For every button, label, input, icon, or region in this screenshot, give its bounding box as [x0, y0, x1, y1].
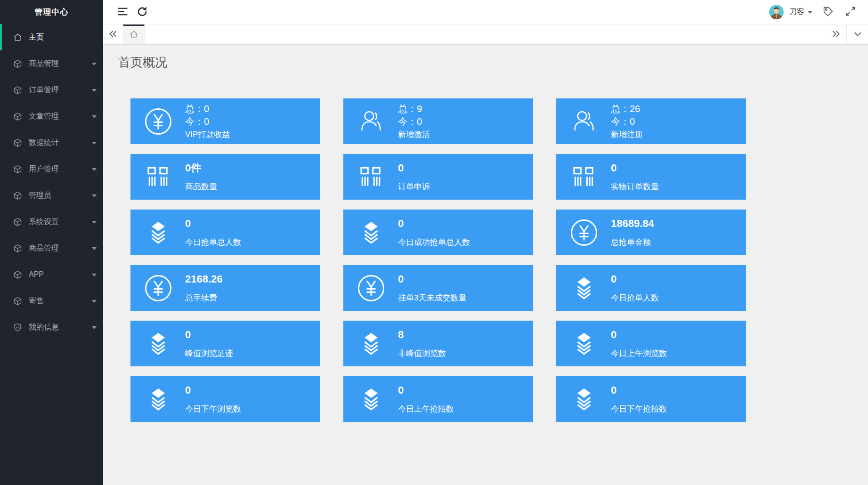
sidebar-item-home[interactable]: 主页	[0, 24, 103, 50]
tab-home[interactable]	[123, 24, 145, 44]
sidebar-item-consignment[interactable]: 寄售	[0, 288, 103, 314]
stat-card-label: 订单申诉	[398, 182, 430, 192]
stat-card-value: 0	[398, 162, 430, 174]
stat-card-label: 峰值浏览足迹	[185, 348, 233, 359]
collapse-menu-button[interactable]	[113, 2, 132, 22]
sidebar-item-administrator[interactable]: 管理员	[0, 182, 103, 209]
sidebar-item-user-management[interactable]: 用户管理	[0, 156, 103, 182]
sidebar-item-my-info[interactable]: 我的信息	[0, 314, 103, 340]
stat-card-8: 18689.84总抢单金额	[556, 210, 746, 255]
app-title: 管理中心	[0, 0, 103, 24]
grid-icon	[568, 166, 600, 187]
stat-card-value: 0	[398, 218, 470, 230]
stat-card-6: 0今日抢单总人数	[130, 210, 320, 255]
double-chevron-right-icon	[831, 29, 841, 40]
stat-card-14: 0今日上午浏览数	[556, 321, 746, 366]
stat-card-value-line: 总：0	[185, 103, 230, 115]
stat-card-body: 0实物订单数量	[611, 162, 659, 192]
cube-icon	[13, 59, 22, 68]
stat-card-body: 0今日上午浏览数	[611, 329, 667, 359]
chevron-down-icon	[92, 142, 97, 145]
sidebar-item-label: 文章管理	[29, 112, 59, 121]
tabs-scroll-left-button[interactable]	[103, 24, 123, 44]
topbar-left	[103, 2, 152, 22]
refresh-button[interactable]	[132, 2, 152, 22]
sidebar-item-order-management[interactable]: 订单管理	[0, 77, 103, 103]
cube-icon	[13, 296, 22, 306]
stat-cards-grid: 总：0今：0VIP打款收益总：9今：0新增激活总：26今：0新增注册0件商品数量…	[130, 98, 868, 422]
stat-card-label: 今日成功抢单总人数	[398, 237, 470, 248]
user-menu[interactable]: 刀客	[787, 7, 815, 17]
stat-card-body: 2168.26总手续费	[185, 273, 223, 303]
tabs-scroll-right-button[interactable]	[825, 24, 846, 44]
stat-card-value: 0	[611, 384, 667, 396]
tabbar	[103, 24, 868, 45]
stat-card-value-line: 总：26	[611, 103, 643, 115]
stat-card-value-line: 总：9	[398, 103, 430, 115]
sidebar-item-label: APP	[29, 270, 44, 279]
stat-card-label: 非峰值浏览数	[398, 348, 446, 359]
collapse-menu-icon	[117, 6, 129, 19]
stat-card-16: 0今日上午抢拍数	[343, 376, 533, 422]
tag-button[interactable]	[818, 2, 838, 22]
stat-card-label: 实物订单数量	[611, 182, 659, 192]
layers-icon	[356, 221, 387, 244]
stat-card-body: 8非峰值浏览数	[398, 329, 446, 359]
stat-card-body: 0件商品数量	[185, 162, 217, 192]
stat-card-4: 0订单申诉	[343, 154, 533, 200]
user-icon	[356, 109, 387, 134]
stat-card-value: 0件	[185, 162, 217, 174]
user-icon	[568, 109, 600, 134]
yen-icon	[356, 275, 387, 302]
sidebar-item-article-management[interactable]: 文章管理	[0, 103, 103, 129]
tabs-menu-button[interactable]	[846, 24, 868, 44]
layers-icon	[568, 332, 600, 356]
fullscreen-button[interactable]	[841, 2, 860, 22]
tag-icon	[823, 6, 834, 18]
stat-card-body: 0今日抢单总人数	[185, 218, 241, 248]
stat-card-body: 0今日抢单人数	[611, 273, 659, 303]
stat-card-value: 2168.26	[185, 273, 223, 285]
sidebar-item-label: 商品管理	[29, 59, 59, 69]
stat-card-10: 0挂单3天未成交数量	[343, 265, 533, 311]
cube-icon	[13, 217, 22, 226]
topbar: 刀客	[103, 0, 868, 24]
stat-card-label: 新增注册	[611, 129, 643, 140]
chevron-down-icon	[808, 11, 812, 14]
sidebar-item-label: 寄售	[29, 296, 44, 306]
refresh-icon	[137, 6, 148, 18]
sidebar-item-label: 商品管理	[29, 243, 59, 253]
sidebar-item-product-management-2[interactable]: 商品管理	[0, 235, 103, 261]
sidebar-item-data-statistics[interactable]: 数据统计	[0, 129, 103, 156]
shield-icon	[13, 323, 22, 332]
layers-icon	[568, 276, 600, 300]
sidebar-item-app[interactable]: APP	[0, 261, 103, 288]
chevron-down-icon	[92, 115, 97, 118]
tabbar-spacer	[145, 24, 825, 44]
sidebar-item-label: 管理员	[29, 191, 51, 201]
stat-card-value: 18689.84	[611, 218, 654, 230]
stat-card-value: 0	[398, 384, 454, 396]
layers-icon	[143, 221, 174, 244]
stat-card-value: 0	[611, 273, 659, 285]
cube-icon	[13, 191, 22, 200]
stat-card-label: VIP打款收益	[185, 129, 230, 140]
yen-icon	[568, 219, 600, 246]
stat-card-body: 0峰值浏览足迹	[185, 329, 233, 359]
stat-card-5: 0实物订单数量	[556, 154, 746, 200]
sidebar-item-system-settings[interactable]: 系统设置	[0, 209, 103, 235]
cube-icon	[13, 164, 22, 174]
layers-icon	[568, 388, 600, 411]
stat-card-0: 总：0今：0VIP打款收益	[130, 98, 320, 144]
sidebar-item-product-management[interactable]: 商品管理	[0, 50, 103, 77]
sidebar-menu: 主页商品管理订单管理文章管理数据统计用户管理管理员系统设置商品管理APP寄售我的…	[0, 24, 103, 340]
stat-card-body: 总：26今：0新增注册	[611, 103, 643, 140]
stat-card-label: 总手续费	[185, 293, 223, 303]
sidebar-item-label: 主页	[29, 32, 44, 42]
chevron-down-icon	[92, 300, 97, 303]
stat-card-9: 2168.26总手续费	[130, 265, 320, 311]
stat-card-label: 今日上午浏览数	[611, 348, 667, 359]
avatar[interactable]	[769, 5, 784, 19]
layers-icon	[143, 388, 174, 411]
stat-card-label: 新增激活	[398, 129, 430, 140]
